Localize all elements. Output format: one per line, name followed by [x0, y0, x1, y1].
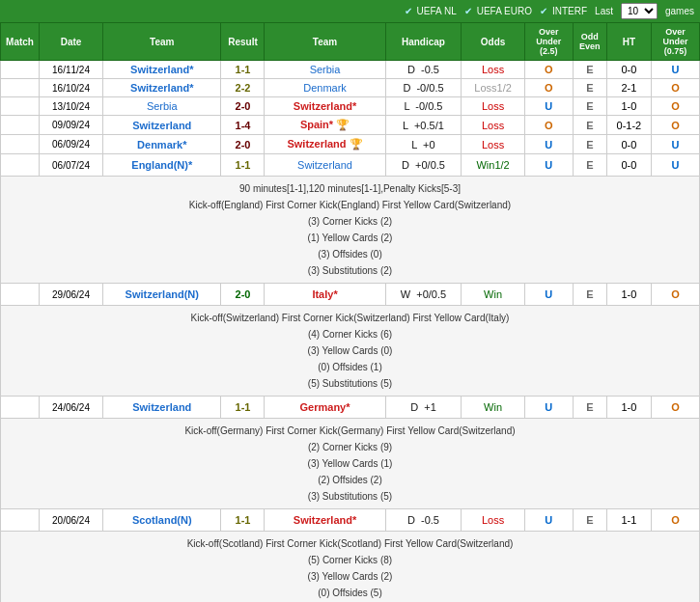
date-cell: 29/06/24: [40, 284, 103, 306]
col-ht: HT: [606, 23, 651, 61]
over-under-cell: U: [524, 284, 573, 306]
team-home-cell[interactable]: Serbia: [103, 97, 221, 116]
over-under-075-cell: O: [652, 509, 700, 532]
result-cell: 1-1: [221, 509, 265, 532]
odds-cell: Win: [462, 397, 524, 419]
over-under-075-cell: U: [652, 135, 700, 154]
table-row[interactable]: UEFA NL 16/11/24 Switzerland* 1-1 Serbia…: [1, 61, 700, 79]
col-handicap: Handicap: [385, 23, 462, 61]
ht-cell: 0-0: [606, 154, 651, 177]
odd-even-cell: E: [573, 97, 606, 116]
team-home-cell[interactable]: Switzerland: [103, 116, 221, 135]
odds-cell: Win: [462, 284, 524, 306]
over-under-075-cell: O: [652, 116, 700, 135]
check-icon: ✔: [464, 6, 472, 16]
date-cell: 06/09/24: [40, 135, 103, 154]
odds-cell: Loss: [462, 116, 524, 135]
odds-cell: Win1/2: [462, 154, 524, 177]
interf-filter[interactable]: ✔ INTERF: [540, 6, 587, 16]
odd-even-cell: E: [573, 397, 606, 419]
table-row[interactable]: UEFA NL 09/09/24 Switzerland 1-4 Spain* …: [1, 116, 700, 135]
odd-even-cell: E: [573, 61, 606, 79]
ht-cell: 1-0: [606, 284, 651, 306]
over-under-075-cell: O: [652, 97, 700, 116]
ht-cell: 0-0: [606, 61, 651, 79]
col-result: Result: [221, 23, 265, 61]
league-badge: UEFA NL: [1, 116, 40, 135]
last-label: Last: [595, 6, 613, 16]
date-cell: 16/10/24: [40, 79, 103, 97]
over-under-cell: O: [524, 79, 573, 97]
table-row[interactable]: UEFA NL 13/10/24 Serbia 2-0 Switzerland*…: [1, 97, 700, 116]
result-cell: 2-0: [221, 97, 265, 116]
over-under-cell: U: [524, 154, 573, 177]
over-under-cell: O: [524, 61, 573, 79]
date-cell: 20/06/24: [40, 509, 103, 532]
league-badge: UEFA NL: [1, 61, 40, 79]
odds-cell: Loss: [462, 97, 524, 116]
league-badge: UEFA NL: [1, 79, 40, 97]
result-cell: 2-2: [221, 79, 265, 97]
details-row: Kick-off(Scotland) First Corner Kick(Sco…: [1, 532, 700, 603]
date-cell: 16/11/24: [40, 61, 103, 79]
team-home-cell[interactable]: England(N)*: [103, 154, 221, 177]
over-under-075-cell: O: [652, 284, 700, 306]
uefa-euro-filter[interactable]: ✔ UEFA EURO: [464, 6, 532, 16]
result-cell: 1-1: [221, 61, 265, 79]
team-away-cell[interactable]: Spain* 🏆: [265, 116, 385, 135]
table-row[interactable]: UEFA EURO 20/06/24 Scotland(N) 1-1 Switz…: [1, 509, 700, 532]
matches-table: Match Date Team Result Team Handicap Odd…: [0, 22, 700, 602]
table-row[interactable]: UEFA EURO 24/06/24 Switzerland 1-1 Germa…: [1, 397, 700, 419]
games-label: games: [665, 6, 694, 16]
league-badge: UEFA NL: [1, 135, 40, 154]
details-row: 90 minutes[1-1],120 minutes[1-1],Penalty…: [1, 177, 700, 284]
team-away-cell[interactable]: Switzerland*: [265, 97, 385, 116]
result-cell: 2-0: [221, 284, 265, 306]
odd-even-cell: E: [573, 509, 606, 532]
odds-cell: Loss: [462, 61, 524, 79]
team-home-cell[interactable]: Switzerland*: [103, 79, 221, 97]
handicap-hc: D -0.5: [385, 509, 462, 532]
odd-even-cell: E: [573, 116, 606, 135]
handicap-hc: L -0/0.5: [385, 97, 462, 116]
ht-cell: 1-1: [606, 509, 651, 532]
odd-even-cell: E: [573, 284, 606, 306]
over-under-cell: U: [524, 509, 573, 532]
col-team-home: Team: [103, 23, 221, 61]
team-away-cell[interactable]: Switzerland*: [265, 509, 385, 532]
team-home-cell[interactable]: Switzerland: [103, 397, 221, 419]
date-cell: 24/06/24: [40, 397, 103, 419]
over-under-075-cell: U: [652, 61, 700, 79]
team-home-cell[interactable]: Switzerland(N): [103, 284, 221, 306]
team-home-cell[interactable]: Switzerland*: [103, 61, 221, 79]
team-away-cell[interactable]: Denmark: [265, 79, 385, 97]
team-away-cell[interactable]: Italy*: [265, 284, 385, 306]
team-away-cell[interactable]: Serbia: [265, 61, 385, 79]
games-select[interactable]: 10 5 15 20: [621, 3, 658, 19]
odds-cell: Loss1/2: [462, 79, 524, 97]
team-home-cell[interactable]: Denmark*: [103, 135, 221, 154]
team-away-cell[interactable]: Germany*: [265, 397, 385, 419]
date-cell: 06/07/24: [40, 154, 103, 177]
uefa-nl-filter[interactable]: ✔ UEFA NL: [405, 6, 457, 16]
over-under-075-cell: U: [652, 154, 700, 177]
details-row: Kick-off(Germany) First Corner Kick(Germ…: [1, 419, 700, 509]
table-row[interactable]: UEFA NL 16/10/24 Switzerland* 2-2 Denmar…: [1, 79, 700, 97]
ht-cell: 1-0: [606, 97, 651, 116]
date-cell: 09/09/24: [40, 116, 103, 135]
table-row[interactable]: UEFA EURO 29/06/24 Switzerland(N) 2-0 It…: [1, 284, 700, 306]
odd-even-cell: E: [573, 154, 606, 177]
col-odds: Odds: [462, 23, 524, 61]
table-row[interactable]: UEFA EURO 06/07/24 England(N)* 1-1 Switz…: [1, 154, 700, 177]
team-home-cell[interactable]: Scotland(N): [103, 509, 221, 532]
ht-cell: 2-1: [606, 79, 651, 97]
team-away-cell[interactable]: Switzerland 🏆: [265, 135, 385, 154]
handicap-hc: L +0: [385, 135, 462, 154]
team-away-cell[interactable]: Switzerland: [265, 154, 385, 177]
handicap-hc: L +0.5/1: [385, 116, 462, 135]
odd-even-cell: E: [573, 79, 606, 97]
league-badge: UEFA NL: [1, 97, 40, 116]
table-row[interactable]: UEFA NL 06/09/24 Denmark* 2-0 Switzerlan…: [1, 135, 700, 154]
date-cell: 13/10/24: [40, 97, 103, 116]
result-cell: 1-4: [221, 116, 265, 135]
